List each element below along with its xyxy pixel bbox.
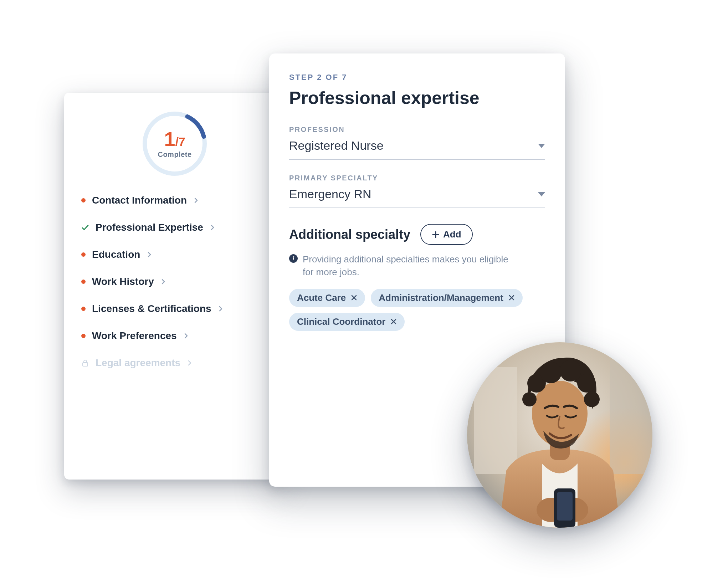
close-icon[interactable] (390, 318, 397, 325)
progress-sidebar: 1/7 Complete Contact Information Profess… (64, 93, 285, 480)
additional-specialty-header: Additional specialty Add (289, 224, 545, 245)
chevron-right-icon (183, 333, 189, 339)
chevron-right-icon (187, 360, 193, 366)
sidebar-item-label: Licenses & Certifications (92, 303, 211, 314)
avatar-illustration-icon (467, 342, 652, 528)
select-value: Emergency RN (289, 187, 371, 201)
incomplete-dot-icon (81, 252, 86, 257)
svg-rect-18 (557, 492, 573, 521)
svg-point-11 (560, 360, 581, 381)
svg-point-10 (540, 362, 562, 383)
sidebar-item-contact-information[interactable]: Contact Information (81, 195, 268, 206)
svg-rect-2 (83, 363, 88, 366)
chip-label: Acute Care (297, 292, 346, 303)
svg-rect-6 (610, 360, 652, 474)
field-label: PROFESSION (289, 125, 545, 134)
chevron-right-icon (210, 225, 215, 230)
chevron-right-icon (193, 198, 199, 203)
specialty-chip-list: Acute Care Administration/Management Cli… (289, 289, 545, 331)
chip-label: Clinical Coordinator (297, 316, 385, 327)
info-banner: i Providing additional specialties makes… (289, 253, 545, 279)
svg-point-14 (522, 392, 537, 406)
sidebar-item-label: Professional Expertise (96, 222, 203, 233)
specialty-chip[interactable]: Acute Care (289, 289, 365, 307)
section-heading: Additional specialty (289, 227, 410, 242)
chip-label: Administration/Management (379, 292, 503, 303)
add-button-label: Add (443, 229, 461, 240)
chevron-right-icon (147, 252, 152, 257)
sidebar-item-education[interactable]: Education (81, 249, 268, 260)
lock-icon (81, 359, 89, 367)
field-label: PRIMARY SPECIALTY (289, 174, 545, 182)
progress-separator: / (175, 135, 178, 148)
sidebar-item-label: Work Preferences (92, 330, 177, 342)
select-value: Registered Nurse (289, 139, 384, 153)
caret-down-icon (538, 192, 545, 196)
page-title: Professional expertise (289, 88, 545, 108)
progress-complete-label: Complete (158, 150, 191, 159)
checkmark-icon (81, 224, 89, 231)
sidebar-item-work-history[interactable]: Work History (81, 276, 268, 287)
close-icon[interactable] (351, 294, 357, 301)
add-specialty-button[interactable]: Add (420, 224, 473, 245)
progress-ring-icon: 1/7 Complete (141, 110, 209, 178)
sidebar-item-legal-agreements: Legal agreements (81, 357, 268, 369)
caret-down-icon (538, 144, 545, 148)
sidebar-item-label: Work History (92, 276, 154, 287)
field-profession: PROFESSION Registered Nurse (289, 125, 545, 160)
svg-point-12 (577, 374, 596, 393)
primary-specialty-select[interactable]: Emergency RN (289, 187, 545, 208)
chevron-right-icon (160, 279, 166, 285)
info-text: Providing additional specialties makes y… (303, 253, 509, 279)
specialty-chip[interactable]: Administration/Management (371, 289, 523, 307)
progress-total: 7 (179, 135, 185, 148)
profession-select[interactable]: Registered Nurse (289, 139, 545, 160)
sidebar-item-work-preferences[interactable]: Work Preferences (81, 330, 268, 342)
incomplete-dot-icon (81, 198, 86, 203)
field-primary-specialty: PRIMARY SPECIALTY Emergency RN (289, 174, 545, 208)
incomplete-dot-icon (81, 334, 86, 338)
close-icon[interactable] (508, 294, 515, 301)
plus-icon (432, 231, 440, 239)
incomplete-dot-icon (81, 280, 86, 284)
chevron-right-icon (218, 306, 224, 312)
sidebar-nav: Contact Information Professional Experti… (81, 195, 268, 369)
sidebar-item-label: Education (92, 249, 140, 260)
sidebar-item-professional-expertise[interactable]: Professional Expertise (81, 222, 268, 233)
sidebar-item-label: Contact Information (92, 195, 187, 206)
specialty-chip[interactable]: Clinical Coordinator (289, 313, 405, 331)
svg-point-13 (584, 391, 600, 407)
sidebar-item-label: Legal agreements (96, 357, 180, 369)
progress-indicator: 1/7 Complete (81, 110, 268, 178)
avatar (467, 342, 652, 528)
info-icon: i (289, 254, 298, 263)
step-indicator: STEP 2 OF 7 (289, 73, 545, 82)
incomplete-dot-icon (81, 307, 86, 311)
progress-current: 1 (164, 128, 175, 150)
sidebar-item-licenses[interactable]: Licenses & Certifications (81, 303, 268, 314)
